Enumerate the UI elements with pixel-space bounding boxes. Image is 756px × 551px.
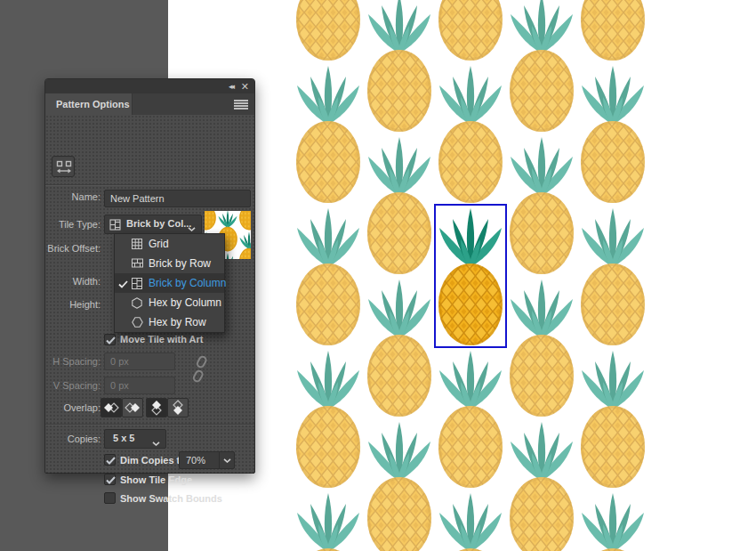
- pattern-tile: [506, 134, 577, 276]
- menu-item-brick-by-row[interactable]: Brick by Row: [115, 254, 224, 273]
- menu-item-label: Hex by Row: [149, 316, 206, 328]
- collapse-panel-icon[interactable]: ◂◂: [229, 81, 233, 92]
- swatch-preview-pineapple: [205, 211, 217, 231]
- height-label: Height:: [45, 299, 101, 310]
- width-label: Width:: [45, 276, 101, 287]
- pattern-options-panel: ◂◂ ✕ Pattern Options Name: New Patt: [44, 78, 255, 474]
- overlap-right-in-front-icon: [125, 402, 141, 413]
- panel-flyout-menu-icon[interactable]: [234, 100, 248, 109]
- move-tile-with-art-checkbox[interactable]: [104, 334, 116, 345]
- pattern-tile: [435, 347, 506, 490]
- checkmark-icon: [118, 279, 128, 291]
- artboard-canvas[interactable]: [168, 0, 756, 551]
- tile-type-value: Brick by Col...: [126, 218, 191, 229]
- pattern-tile-tool-icon: [56, 160, 72, 174]
- grid-icon: [132, 239, 142, 252]
- pattern-tile: [577, 205, 648, 347]
- h-spacing-input: 0 px: [104, 352, 175, 370]
- pattern-tile: [435, 0, 506, 62]
- tile-type-select[interactable]: Brick by Col...: [104, 215, 202, 234]
- pattern-tile: [364, 276, 435, 418]
- pattern-tile: [293, 205, 364, 347]
- tile-type-dropdown-menu: Grid Brick by Row: [114, 233, 225, 333]
- overlap-left-in-front-icon: [103, 402, 119, 413]
- menu-item-brick-by-column[interactable]: Brick by Column: [115, 273, 224, 293]
- brick-offset-label: Brick Offset:: [45, 243, 101, 254]
- show-swatch-bounds-label: Show Swatch Bounds: [120, 493, 222, 504]
- v-spacing-input: 0 px: [104, 377, 175, 394]
- menu-item-hex-by-row[interactable]: Hex by Row: [115, 312, 224, 332]
- brick-by-column-icon: [132, 278, 142, 292]
- dim-copies-percent-combo[interactable]: 70%: [179, 451, 235, 469]
- chevron-down-icon[interactable]: [219, 452, 234, 468]
- show-tile-edge-checkbox[interactable]: [104, 474, 116, 485]
- menu-item-hex-by-column[interactable]: Hex by Column: [115, 293, 224, 312]
- tab-pattern-options[interactable]: Pattern Options: [45, 93, 133, 115]
- pattern-tile: [435, 490, 506, 551]
- close-panel-icon[interactable]: ✕: [241, 81, 249, 92]
- overlap-top-in-front-icon: [151, 400, 162, 416]
- broken-link-icon: [189, 355, 211, 385]
- pattern-tile: [364, 418, 435, 551]
- move-tile-with-art-label: Move Tile with Art: [120, 334, 204, 344]
- pattern-tile: [364, 0, 435, 134]
- copies-select[interactable]: 5 x 5: [104, 429, 166, 449]
- checkmark-icon: [106, 476, 116, 484]
- dim-copies-value: 70%: [186, 455, 205, 466]
- h-spacing-label: H Spacing:: [45, 356, 101, 367]
- pattern-tile: [364, 134, 435, 276]
- hex-by-column-icon: [132, 297, 142, 312]
- pattern-tile: [577, 347, 648, 490]
- panel-tab-bar: Pattern Options: [45, 93, 254, 115]
- menu-item-label: Grid: [149, 238, 169, 250]
- pattern-tile: [506, 276, 577, 418]
- v-spacing-label: V Spacing:: [45, 380, 101, 391]
- panel-drag-bar[interactable]: ◂◂ ✕: [45, 79, 254, 93]
- pattern-tile-tool-button[interactable]: [52, 156, 75, 177]
- overlap-top-in-front-button[interactable]: [146, 398, 167, 417]
- brick-by-column-icon: [109, 219, 121, 232]
- divider: [45, 184, 254, 185]
- checkmark-icon: [106, 336, 116, 344]
- show-tile-edge-label: Show Tile Edge: [120, 474, 192, 485]
- show-swatch-bounds-checkbox[interactable]: [104, 492, 116, 504]
- swatch-preview-pineapple: [238, 231, 251, 259]
- menu-item-grid[interactable]: Grid: [115, 234, 224, 254]
- overlap-left-in-front-button[interactable]: [101, 398, 122, 417]
- dim-copies-checkbox[interactable]: [104, 454, 116, 466]
- pattern-tile: [506, 0, 577, 134]
- overlap-bottom-in-front-button[interactable]: [167, 398, 189, 417]
- swatch-preview-pineapple: [238, 211, 251, 231]
- chevron-down-icon: [152, 437, 160, 448]
- menu-item-label: Brick by Row: [149, 257, 211, 270]
- divider: [45, 424, 254, 425]
- panel-body: Name: New Pattern Tile Type: Brick by Co…: [45, 115, 254, 474]
- overlap-right-in-front-button[interactable]: [122, 398, 143, 417]
- hex-by-row-icon: [132, 317, 143, 330]
- name-label: Name:: [45, 191, 101, 202]
- pattern-name-input[interactable]: New Pattern: [104, 190, 251, 207]
- pattern-tile: [506, 418, 577, 551]
- pattern-tile: [293, 347, 364, 490]
- copies-value: 5 x 5: [113, 433, 134, 443]
- pattern-tile-selected: [435, 205, 506, 347]
- pattern-tile: [577, 62, 648, 205]
- overlap-bottom-in-front-icon: [173, 400, 183, 416]
- pattern-tile: [577, 0, 648, 62]
- copies-label: Copies:: [45, 434, 101, 444]
- pattern-tile: [293, 490, 364, 551]
- chevron-down-icon: [188, 223, 196, 233]
- pattern-tile: [435, 62, 506, 205]
- tile-type-label: Tile Type:: [45, 219, 101, 230]
- pattern-tile: [293, 0, 364, 62]
- pattern-tile: [577, 490, 648, 551]
- menu-item-label: Hex by Column: [149, 296, 221, 309]
- menu-item-label: Brick by Column: [149, 277, 226, 289]
- pattern-tile: [293, 62, 364, 205]
- checkmark-icon: [106, 457, 116, 465]
- overlap-label: Overlap:: [45, 402, 101, 413]
- brick-by-row-icon: [132, 258, 143, 271]
